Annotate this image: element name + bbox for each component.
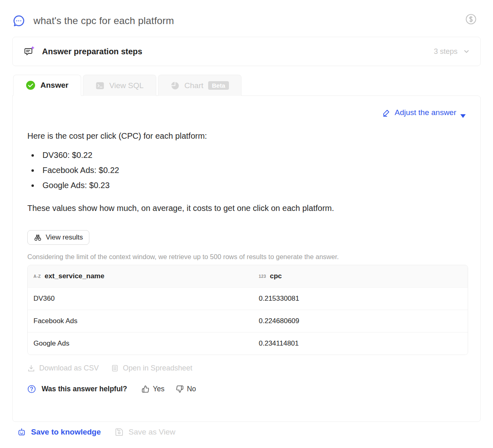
question-header: what's the cpc for each platform xyxy=(12,0,481,29)
pie-chart-icon xyxy=(171,81,180,90)
table-row: Google Ads 0.234114801 xyxy=(28,332,468,355)
save-to-knowledge-button[interactable]: Save to knowledge xyxy=(17,428,101,437)
cell-cpc: 0.224680609 xyxy=(253,317,468,325)
table-row: Facebook Ads 0.224680609 xyxy=(28,310,468,332)
tab-answer[interactable]: Answer xyxy=(13,75,81,96)
list-item: DV360: $0.22 xyxy=(39,151,466,160)
feedback-question: Was this answer helpful? xyxy=(42,385,127,393)
save-icon xyxy=(115,428,124,437)
text-type-icon: A-Z xyxy=(33,274,41,279)
tab-answer-label: Answer xyxy=(40,81,69,90)
table-row: DV360 0.215330081 xyxy=(28,287,468,310)
chevron-down-icon xyxy=(463,48,470,55)
list-item: Google Ads: $0.23 xyxy=(39,181,466,190)
column-label: ext_service_name xyxy=(44,272,104,280)
feedback-yes-label: Yes xyxy=(153,385,164,393)
terminal-icon xyxy=(95,81,104,90)
open-spreadsheet-label: Open in Spreadsheet xyxy=(123,364,192,373)
context-limit-note: Considering the limit of the context win… xyxy=(27,253,466,261)
steps-count: 3 steps xyxy=(434,47,457,56)
prep-panel-title: Answer preparation steps xyxy=(42,47,427,56)
message-sparkle-icon xyxy=(23,45,36,58)
column-header-ext-service-name: A-Z ext_service_name xyxy=(28,272,253,280)
cell-cpc: 0.234114801 xyxy=(253,339,468,348)
adjust-answer-label: Adjust the answer xyxy=(395,108,456,117)
cell-cpc: 0.215330081 xyxy=(253,295,468,303)
prep-panel-toggle[interactable]: 3 steps xyxy=(434,47,470,56)
download-csv-label: Download as CSV xyxy=(39,364,99,373)
tab-view-sql-label: View SQL xyxy=(109,81,144,90)
adjust-answer-button[interactable]: Adjust the answer xyxy=(382,108,466,117)
view-results-label: View results xyxy=(46,233,83,242)
save-as-view-button[interactable]: Save as View xyxy=(115,428,175,437)
spreadsheet-icon xyxy=(111,364,119,372)
column-label: cpc xyxy=(270,272,282,280)
question-circle-icon xyxy=(27,385,36,393)
feedback-yes-button[interactable]: Yes xyxy=(142,385,164,393)
save-as-view-label: Save as View xyxy=(129,428,175,437)
download-icon xyxy=(27,364,35,372)
results-table: A-Z ext_service_name 123 cpc DV360 0.215… xyxy=(27,265,468,355)
cell-platform: DV360 xyxy=(28,295,253,303)
feedback-no-label: No xyxy=(187,385,196,393)
edit-pencil-icon xyxy=(382,109,391,117)
tab-chart[interactable]: Chart Beta xyxy=(158,75,242,96)
table-actions: Download as CSV Open in Spreadsheet xyxy=(27,364,466,373)
download-csv-button[interactable]: Download as CSV xyxy=(27,364,99,373)
caret-down-icon xyxy=(460,111,466,115)
thumbs-down-icon xyxy=(176,385,184,393)
answer-preparation-panel[interactable]: Answer preparation steps 3 steps xyxy=(12,37,481,66)
answer-intro: Here is the cost per click (CPC) for eac… xyxy=(27,130,466,142)
list-item: Facebook Ads: $0.22 xyxy=(39,166,466,175)
thumbs-up-icon xyxy=(142,385,149,393)
answer-summary: These values show how much, on average, … xyxy=(27,202,466,214)
robot-icon xyxy=(17,428,26,437)
column-header-cpc: 123 cpc xyxy=(253,272,468,280)
binoculars-icon xyxy=(34,234,42,242)
thread-page: what's the cpc for each platform Answer … xyxy=(0,0,493,437)
open-spreadsheet-button[interactable]: Open in Spreadsheet xyxy=(111,364,192,373)
tab-view-sql[interactable]: View SQL xyxy=(83,75,156,96)
page-title: what's the cpc for each platform xyxy=(33,15,174,27)
number-type-icon: 123 xyxy=(259,274,266,279)
cell-platform: Facebook Ads xyxy=(28,317,253,325)
answer-tabs: Answer View SQL Chart Beta xyxy=(12,75,481,96)
cpc-bullet-list: DV360: $0.22 Facebook Ads: $0.22 Google … xyxy=(31,151,466,190)
adjust-row: Adjust the answer xyxy=(27,108,466,117)
table-header-row: A-Z ext_service_name 123 cpc xyxy=(28,265,468,287)
check-circle-icon xyxy=(26,80,36,90)
dollar-circle-icon[interactable] xyxy=(465,13,477,25)
chat-bubble-icon xyxy=(12,14,25,27)
feedback-row: Was this answer helpful? Yes No xyxy=(27,385,466,393)
footer-actions: Save to knowledge Save as View xyxy=(12,428,481,437)
answer-card: Adjust the answer Here is the cost per c… xyxy=(12,95,481,422)
view-results-button[interactable]: View results xyxy=(27,230,89,245)
feedback-no-button[interactable]: No xyxy=(176,385,196,393)
cell-platform: Google Ads xyxy=(28,339,253,348)
beta-badge: Beta xyxy=(208,81,229,90)
save-to-knowledge-label: Save to knowledge xyxy=(31,428,101,437)
tab-chart-label: Chart xyxy=(184,81,203,90)
